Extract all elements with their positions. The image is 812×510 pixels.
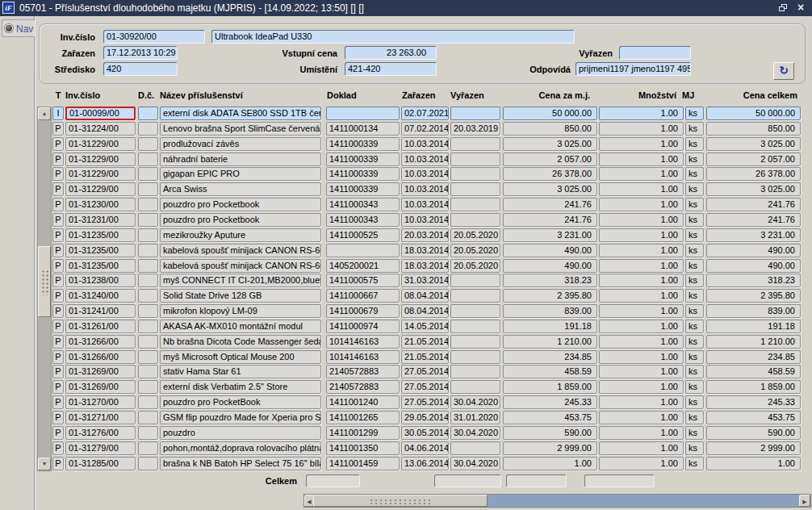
- table-cell[interactable]: 3 231.00: [503, 228, 597, 242]
- table-cell[interactable]: [138, 244, 158, 257]
- table-cell[interactable]: 1.00: [599, 122, 684, 136]
- table-cell[interactable]: ks: [685, 395, 704, 409]
- table-cell[interactable]: 453.75: [503, 411, 597, 424]
- table-cell[interactable]: 1411000339: [326, 167, 400, 181]
- table-cell[interactable]: [450, 304, 500, 318]
- table-cell[interactable]: P: [52, 304, 64, 318]
- table-cell[interactable]: 458.59: [706, 365, 801, 378]
- table-cell[interactable]: 30.05.2014: [401, 426, 449, 440]
- table-cell[interactable]: ks: [685, 213, 704, 227]
- table-cell[interactable]: 01-31266/00: [65, 335, 136, 349]
- table-cell[interactable]: 1.00: [599, 198, 684, 211]
- table-cell[interactable]: 590.00: [706, 426, 801, 440]
- table-cell[interactable]: [138, 335, 158, 349]
- table-cell[interactable]: ks: [685, 457, 704, 470]
- table-cell[interactable]: P: [52, 395, 64, 409]
- inv-cislo-field[interactable]: 01-30920/00: [103, 30, 205, 44]
- table-cell[interactable]: 1.00: [599, 365, 684, 378]
- table-cell[interactable]: 1.00: [503, 457, 597, 470]
- table-cell[interactable]: 2140572883: [326, 365, 400, 378]
- table-cell[interactable]: ks: [685, 259, 704, 273]
- table-cell[interactable]: 318.23: [706, 274, 801, 287]
- table-cell[interactable]: 1 210.00: [503, 335, 597, 349]
- table-cell[interactable]: P: [52, 289, 64, 303]
- table-cell[interactable]: 50 000.00: [503, 107, 597, 120]
- table-cell[interactable]: ks: [685, 426, 704, 440]
- table-cell[interactable]: 21.05.2014: [401, 350, 449, 364]
- table-cell[interactable]: 18.03.2014: [401, 259, 449, 273]
- table-cell[interactable]: 08.04.2014: [401, 304, 449, 318]
- table-cell[interactable]: ks: [685, 289, 704, 303]
- table-cell[interactable]: 241.76: [706, 198, 801, 211]
- table-cell[interactable]: 01-31261/00: [65, 320, 136, 333]
- table-cell[interactable]: [450, 198, 500, 211]
- table-cell[interactable]: 191.18: [503, 320, 597, 333]
- table-cell[interactable]: 10.03.2014: [401, 167, 449, 181]
- table-cell[interactable]: 26 378.00: [706, 167, 801, 181]
- table-cell[interactable]: 31.01.2020: [450, 411, 500, 424]
- table-cell[interactable]: P: [52, 137, 64, 151]
- table-cell[interactable]: ks: [685, 350, 704, 364]
- table-cell[interactable]: [138, 167, 158, 181]
- table-cell[interactable]: [138, 380, 158, 394]
- table-cell[interactable]: 01-31279/00: [65, 441, 136, 455]
- table-cell[interactable]: [138, 259, 158, 273]
- table-cell[interactable]: externí disk Verbatim 2.5" Store: [160, 380, 321, 394]
- table-cell[interactable]: 31.03.2014: [401, 274, 449, 287]
- table-cell[interactable]: 1411001265: [326, 411, 400, 424]
- table-cell[interactable]: 20.03.2019: [450, 122, 500, 136]
- table-cell[interactable]: [450, 350, 500, 364]
- table-cell[interactable]: 241.76: [503, 198, 597, 211]
- table-cell[interactable]: [450, 137, 500, 151]
- table-cell[interactable]: 1411000134: [326, 122, 400, 136]
- table-cell[interactable]: 14.05.2014: [401, 320, 449, 333]
- table-cell[interactable]: 490.00: [503, 244, 597, 257]
- table-cell[interactable]: [450, 289, 500, 303]
- table-cell[interactable]: 2 057.00: [706, 153, 801, 166]
- table-cell[interactable]: 10.03.2014: [401, 213, 449, 227]
- table-cell[interactable]: ks: [685, 122, 704, 136]
- table-cell[interactable]: 1014146163: [326, 335, 400, 349]
- table-cell[interactable]: P: [52, 426, 64, 440]
- vyrazen-field[interactable]: [619, 46, 691, 60]
- scroll-right-icon[interactable]: ▶: [799, 495, 810, 507]
- table-cell[interactable]: [450, 441, 500, 455]
- table-cell[interactable]: 1.00: [599, 228, 684, 242]
- nav-tab[interactable]: Nav: [2, 19, 35, 37]
- table-cell[interactable]: ks: [685, 198, 704, 211]
- table-cell[interactable]: pohon,montáž,doprava rolovacího plátna: [160, 441, 321, 455]
- table-cell[interactable]: 490.00: [706, 244, 801, 257]
- table-cell[interactable]: [450, 365, 500, 378]
- close-icon[interactable]: ×: [794, 2, 807, 14]
- table-cell[interactable]: 30.04.2020: [450, 457, 500, 470]
- table-cell[interactable]: 1.00: [599, 395, 684, 409]
- table-cell[interactable]: 1 859.00: [706, 380, 801, 394]
- table-cell[interactable]: 10.03.2014: [401, 153, 449, 166]
- table-cell[interactable]: [450, 320, 500, 333]
- table-cell[interactable]: 1.00: [599, 274, 684, 287]
- table-cell[interactable]: [326, 244, 400, 257]
- table-cell[interactable]: 01-31238/00: [65, 274, 136, 287]
- table-cell[interactable]: 1 210.00: [706, 335, 801, 349]
- table-cell[interactable]: 3 025.00: [706, 137, 801, 151]
- table-cell[interactable]: 01-31285/00: [65, 457, 136, 470]
- table-cell[interactable]: kabelová spoušť minijack CANON RS-60: [160, 259, 321, 273]
- table-cell[interactable]: [138, 320, 158, 333]
- table-cell[interactable]: 1 859.00: [503, 380, 597, 394]
- table-cell[interactable]: [138, 274, 158, 287]
- table-cell[interactable]: 1.00: [599, 259, 684, 273]
- table-cell[interactable]: [450, 335, 500, 349]
- odpovida-field[interactable]: prijmeni1197 jmeno1197 4957: [576, 62, 691, 76]
- table-cell[interactable]: ks: [685, 320, 704, 333]
- table-cell[interactable]: P: [52, 122, 64, 136]
- table-cell[interactable]: 01-31235/00: [65, 228, 136, 242]
- table-cell[interactable]: 1411000343: [326, 213, 400, 227]
- table-cell[interactable]: 1.00: [599, 304, 684, 318]
- table-cell[interactable]: ks: [685, 441, 704, 455]
- table-cell[interactable]: 2140572883: [326, 380, 400, 394]
- scroll-up-icon[interactable]: ▲: [38, 107, 51, 120]
- table-cell[interactable]: P: [52, 320, 64, 333]
- table-cell[interactable]: 04.06.2014: [401, 441, 449, 455]
- table-cell[interactable]: 30.04.2020: [450, 395, 500, 409]
- table-cell[interactable]: 2 395.80: [706, 289, 801, 303]
